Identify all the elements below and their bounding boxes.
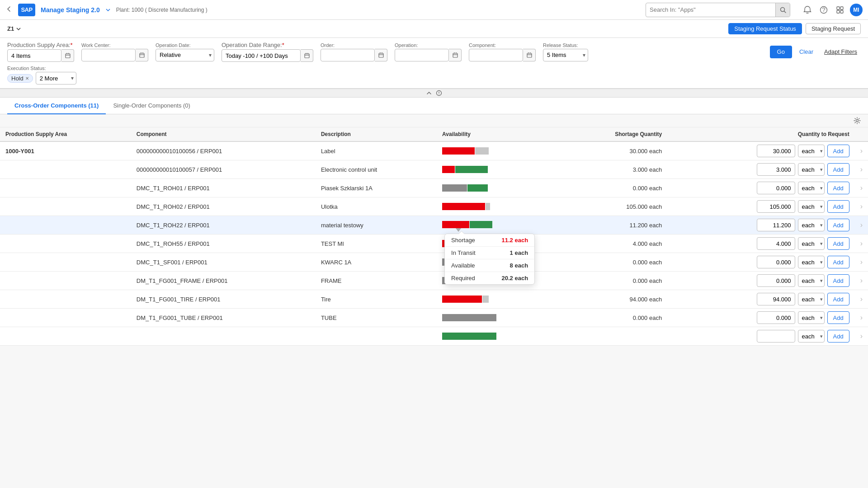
add-button[interactable]: Add (827, 163, 849, 176)
unit-select-wrap: each (798, 256, 825, 268)
go-button[interactable]: Go (770, 46, 792, 58)
qty-input[interactable] (757, 163, 795, 176)
operation-date-range-label: Operation Date Range:* (222, 42, 313, 48)
unit-select[interactable]: each (798, 256, 825, 268)
order-input[interactable] (321, 49, 375, 61)
table-row: DM_T1_FG001_TUBE / ERP001 TUBE 0.000 eac… (0, 309, 868, 327)
staging-request-button[interactable]: Staging Request (806, 23, 861, 34)
row-nav-icon[interactable]: › (860, 314, 863, 321)
staging-request-status-button[interactable]: Staging Request Status (728, 23, 802, 34)
add-button[interactable]: Add (827, 237, 849, 250)
add-button[interactable]: Add (827, 311, 849, 324)
unit-select[interactable]: each (798, 311, 825, 324)
zone-selector[interactable]: Z1 (7, 25, 21, 32)
hold-chip-close[interactable]: ✕ (25, 76, 29, 81)
qty-input[interactable] (757, 237, 795, 250)
table-toolbar (0, 114, 868, 127)
qty-input[interactable] (757, 219, 795, 231)
shortage-qty-cell: 0.000 each (563, 272, 668, 290)
clear-button[interactable]: Clear (796, 47, 817, 57)
back-button[interactable] (5, 5, 13, 14)
qty-input[interactable] (757, 293, 795, 305)
add-button[interactable]: Add (827, 293, 849, 305)
tab-cross-order[interactable]: Cross-Order Components (11) (7, 98, 106, 114)
user-avatar[interactable]: MI (850, 4, 863, 16)
notifications-icon[interactable] (801, 4, 814, 16)
header-actions: Staging Request Status Staging Request (728, 23, 861, 34)
availability-cell (437, 141, 563, 160)
row-nav-icon[interactable]: › (860, 332, 863, 340)
add-button[interactable]: Add (827, 145, 849, 157)
unit-select-wrap: each (798, 145, 825, 157)
unit-select[interactable]: each (798, 293, 825, 305)
availability-bar[interactable] (442, 221, 501, 228)
unit-select[interactable]: each (798, 163, 825, 176)
work-center-input[interactable] (81, 49, 136, 61)
row-nav-icon[interactable]: › (860, 239, 863, 247)
chevron-down-icon[interactable] (105, 7, 111, 13)
adapt-filters-button[interactable]: Adapt Filters (821, 47, 861, 57)
unit-select[interactable]: each (798, 330, 825, 343)
qty-input[interactable] (757, 145, 795, 157)
psa-cell (0, 253, 131, 272)
help-icon[interactable]: ? (817, 4, 830, 16)
row-nav-icon[interactable]: › (860, 165, 863, 173)
operation-date-select[interactable]: Relative Absolute (156, 49, 214, 61)
add-button[interactable]: Add (827, 274, 849, 287)
component-dialog-icon[interactable] (523, 49, 536, 61)
more-select[interactable]: 2 More (36, 72, 76, 84)
psa-cell (0, 197, 131, 216)
production-supply-area-dialog-icon[interactable] (61, 49, 74, 62)
add-button[interactable]: Add (827, 200, 849, 213)
col-shortage-qty: Shortage Quantity (563, 127, 668, 141)
add-button[interactable]: Add (827, 219, 849, 231)
unit-select[interactable]: each (798, 274, 825, 287)
row-nav-icon[interactable]: › (860, 221, 863, 229)
add-button[interactable]: Add (827, 182, 849, 194)
description-cell: Label (316, 141, 437, 160)
row-nav-icon[interactable]: › (860, 277, 863, 284)
release-status-select[interactable]: 5 Items (543, 49, 588, 61)
qty-input[interactable] (757, 274, 795, 287)
production-supply-area-input[interactable] (7, 49, 61, 62)
operation-date-range-dialog-icon[interactable] (301, 49, 313, 62)
grid-icon[interactable] (834, 4, 846, 16)
unit-select[interactable]: each (798, 237, 825, 250)
psa-cell (0, 235, 131, 253)
unit-select[interactable]: each (798, 219, 825, 231)
add-button[interactable]: Add (827, 330, 849, 343)
work-center-dialog-icon[interactable] (136, 49, 148, 61)
row-nav-icon[interactable]: › (860, 202, 863, 210)
unit-select[interactable]: each (798, 145, 825, 157)
search-button[interactable] (775, 3, 790, 17)
qty-request-cell: each Add (667, 253, 855, 272)
order-dialog-icon[interactable] (375, 49, 387, 61)
qty-input[interactable] (757, 182, 795, 194)
unit-select[interactable]: each (798, 200, 825, 213)
qty-input[interactable] (757, 256, 795, 268)
tab-single-order[interactable]: Single-Order Components (0) (106, 98, 198, 114)
table-row: DM_T1_FG001_TIRE / ERP001 Tire 94.000 ea… (0, 290, 868, 309)
operation-date-range-input[interactable] (222, 49, 301, 62)
search-input[interactable] (646, 5, 775, 15)
operation-input[interactable] (395, 49, 449, 61)
app-title[interactable]: Manage Staging 2.0 (41, 6, 100, 14)
qty-input[interactable] (757, 311, 795, 324)
settings-icon[interactable] (854, 117, 861, 124)
description-cell: KWARC 1A (316, 253, 437, 272)
add-button[interactable]: Add (827, 256, 849, 268)
operation-dialog-icon[interactable] (449, 49, 462, 61)
qty-input[interactable] (757, 330, 795, 343)
svg-point-36 (856, 120, 859, 122)
row-nav-icon[interactable]: › (860, 258, 863, 266)
qty-input[interactable] (757, 200, 795, 213)
row-nav-icon[interactable]: › (860, 147, 863, 155)
row-nav-icon[interactable]: › (860, 295, 863, 303)
pin-icon[interactable] (436, 90, 442, 96)
psa-cell (0, 290, 131, 309)
collapse-bar[interactable] (0, 89, 868, 98)
row-nav-icon[interactable]: › (860, 184, 863, 192)
component-input[interactable] (469, 49, 523, 61)
unit-select[interactable]: each (798, 182, 825, 194)
psa-cell (0, 309, 131, 327)
